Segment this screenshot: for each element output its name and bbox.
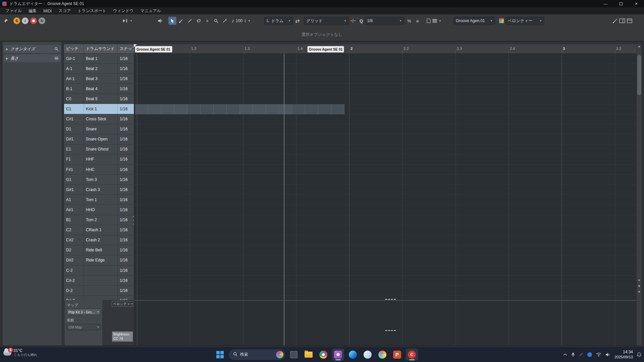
snap-type-icon[interactable] bbox=[351, 19, 356, 23]
drum-row[interactable]: F1 HHF 1/16 bbox=[64, 155, 134, 165]
drum-grid-cell[interactable] bbox=[135, 104, 148, 114]
drum-grid-cell[interactable] bbox=[214, 104, 227, 114]
page-icon[interactable] bbox=[427, 18, 431, 23]
drum-row[interactable]: D#-2 1/16 bbox=[64, 296, 134, 300]
quantize-combo[interactable]: 1/8 ▼ bbox=[365, 17, 404, 25]
scrollbar-thumb[interactable] bbox=[637, 55, 641, 95]
record-button[interactable] bbox=[30, 17, 37, 24]
taskbar-app-copilot[interactable] bbox=[362, 349, 374, 361]
taskbar-app-notepad[interactable] bbox=[288, 349, 300, 361]
acoustic-feedback-button[interactable]: i bbox=[22, 17, 29, 24]
pencil-line-icon[interactable] bbox=[612, 18, 618, 23]
close-button[interactable]: ✕ bbox=[629, 0, 644, 7]
drum-row[interactable]: B-1 Beat 4 1/16 bbox=[64, 84, 134, 94]
eraser-tool[interactable] bbox=[195, 17, 203, 25]
speaker-icon[interactable] bbox=[158, 18, 163, 23]
drum-row[interactable]: G#1 Crash 3 1/16 bbox=[64, 185, 134, 195]
drum-row[interactable]: D#1 Snare Open 1/16 bbox=[64, 134, 134, 144]
drum-row[interactable]: G#-1 Beat 1 1/16 bbox=[64, 54, 134, 64]
timeline-ruler[interactable]: 1.2 1.3 1.4 2 2.2 2.3 2.4 3 3.2Groove Ag… bbox=[134, 44, 636, 54]
scroll-down-arrow[interactable]: ▼ bbox=[637, 279, 642, 282]
search-box[interactable]: 検索 bbox=[229, 350, 285, 360]
map-select[interactable]: Pop Kit 3 - Gro... ▼ bbox=[67, 309, 101, 315]
drum-row[interactable]: A#1 HHO 1/16 bbox=[64, 205, 134, 215]
tray-chevron-icon[interactable] bbox=[563, 353, 567, 356]
zoom-dot-button[interactable]: ● bbox=[637, 284, 642, 288]
drum-grid-cell[interactable] bbox=[266, 104, 279, 114]
cc-lane-chip[interactable]: Brightness CC 74 bbox=[112, 331, 133, 342]
drum-grid-cell[interactable] bbox=[240, 104, 253, 114]
drum-row[interactable]: B1 Tom 2 1/16 bbox=[64, 215, 134, 225]
autoscroll-icon[interactable] bbox=[123, 19, 128, 23]
scroll-up-arrow[interactable]: ▲ bbox=[637, 45, 642, 48]
velocity-dropdown-arrow[interactable]: ▼ bbox=[248, 19, 251, 22]
part-name-chip[interactable]: Groove Agent SE 01 bbox=[135, 46, 172, 52]
header-drum-sound[interactable]: ドラムサウンド bbox=[84, 44, 118, 53]
minimize-button[interactable]: — bbox=[598, 0, 613, 7]
trim-tool[interactable] bbox=[221, 17, 229, 25]
menu-item[interactable]: ファイル bbox=[2, 7, 25, 14]
drum-row[interactable]: A-1 Beat 2 1/16 bbox=[64, 64, 134, 74]
menu-item[interactable]: 編集 bbox=[25, 7, 40, 14]
window-layout-icon[interactable] bbox=[627, 18, 632, 23]
grid-combo[interactable]: グリッド ▼ bbox=[304, 17, 349, 25]
drum-row[interactable]: A1 Tom 1 1/16 bbox=[64, 195, 134, 205]
layers-icon[interactable] bbox=[432, 19, 437, 22]
notification-bell-icon[interactable] bbox=[637, 352, 641, 357]
taskbar-app-edge[interactable] bbox=[347, 349, 359, 361]
drum-row[interactable]: C-2 1/16 bbox=[64, 265, 134, 276]
vertical-scrollbar[interactable]: ▲ ▼ ● + bbox=[636, 44, 642, 346]
menu-item[interactable]: スコア bbox=[55, 7, 74, 14]
taskbar-app-chrome[interactable] bbox=[317, 349, 329, 361]
drum-grid-cell[interactable] bbox=[174, 104, 187, 114]
drum-row[interactable]: C#1 Cross Stick 1/16 bbox=[64, 114, 134, 124]
drum-grid-cell[interactable] bbox=[292, 104, 305, 114]
layers-arrow[interactable]: ▼ bbox=[439, 19, 441, 22]
inspector-section-length[interactable]: ▶ 長さ bbox=[4, 54, 61, 62]
split-pane-icon[interactable] bbox=[619, 18, 625, 23]
pen-icon[interactable] bbox=[579, 352, 583, 357]
loop-button[interactable]: ↻ bbox=[39, 17, 45, 24]
drum-grid-cell[interactable] bbox=[227, 104, 240, 114]
part-selector-combo[interactable]: Groove Agen.01 ▼ bbox=[453, 17, 495, 25]
iterative-quantize-button[interactable]: % bbox=[406, 17, 413, 25]
velocity-lane-label[interactable]: ベロシティー bbox=[112, 301, 133, 307]
menu-item[interactable]: MIDI bbox=[40, 8, 55, 14]
menu-item[interactable]: マニュアル bbox=[137, 7, 164, 14]
drum-row[interactable]: C#-2 1/16 bbox=[64, 276, 134, 286]
menu-item[interactable]: トランスポート bbox=[74, 7, 110, 14]
drum-grid-cell[interactable] bbox=[305, 104, 318, 114]
weather-widget[interactable]: 8 31°C くもりのち晴れ bbox=[3, 348, 37, 357]
drum-row[interactable]: C0 Beat 5 1/16 bbox=[64, 94, 134, 104]
drum-row[interactable]: D2 Ride Bell 1/16 bbox=[64, 245, 134, 255]
volume-icon[interactable] bbox=[605, 353, 610, 357]
controller-lane-divider[interactable] bbox=[134, 300, 636, 301]
drum-grid-cell[interactable] bbox=[318, 104, 331, 114]
part-name-chip[interactable]: Groove Agent SE 01 bbox=[308, 46, 344, 52]
blue-app-icon[interactable] bbox=[587, 352, 592, 357]
pin-icon[interactable] bbox=[3, 18, 8, 23]
drum-grid-cell[interactable] bbox=[201, 104, 214, 114]
zoom-tool[interactable] bbox=[212, 17, 220, 25]
kick-part-region[interactable] bbox=[135, 104, 344, 114]
wifi-icon[interactable] bbox=[596, 353, 601, 357]
solo-editor-button[interactable]: S bbox=[13, 17, 20, 24]
double-arrow-icon[interactable]: ⇄ bbox=[295, 18, 300, 24]
taskbar-app-explorer[interactable] bbox=[303, 349, 315, 361]
header-snap[interactable]: スナップ bbox=[118, 44, 134, 53]
microphone-icon[interactable] bbox=[571, 352, 575, 357]
inspector-section-quantize[interactable]: ▶ クオンタイズ bbox=[4, 45, 61, 53]
drum-grid-cell[interactable] bbox=[253, 104, 266, 114]
clock[interactable]: 14:34 2025/09/13 bbox=[614, 350, 633, 360]
select-tool[interactable] bbox=[168, 17, 176, 25]
drum-row[interactable]: C#2 Crash 2 1/16 bbox=[64, 235, 134, 245]
maximize-button[interactable] bbox=[613, 0, 629, 7]
drum-row[interactable]: G1 Tom 3 1/16 bbox=[64, 175, 134, 185]
drum-row[interactable]: C2 CRash 1 1/16 bbox=[64, 225, 134, 235]
mute-tool[interactable]: × bbox=[203, 17, 211, 25]
drum-row[interactable]: D1 Snare 1/16 bbox=[64, 124, 134, 134]
line-tool[interactable] bbox=[186, 17, 194, 25]
taskbar-app-browser[interactable] bbox=[376, 349, 388, 361]
drum-row[interactable]: D-2 1/16 bbox=[64, 286, 134, 296]
insert-velocity-value[interactable]: 100 bbox=[236, 18, 243, 23]
